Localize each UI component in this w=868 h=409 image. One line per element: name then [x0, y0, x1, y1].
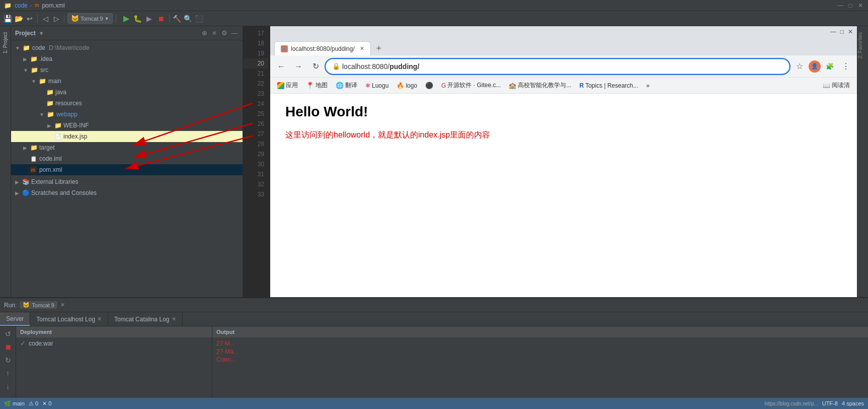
tree-item-codeiml[interactable]: ▶ 📋 code.iml — [11, 153, 243, 164]
translate-icon: 🌐 — [336, 82, 344, 89]
tab-localhost-label: Tomcat Localhost Log — [36, 316, 95, 323]
project-side-strip[interactable]: 1: Project — [0, 26, 11, 297]
tomcat-config-button[interactable]: 🐱 Tomcat 9 ▼ — [67, 13, 113, 24]
browser-profile-button[interactable]: 👤 — [809, 60, 821, 73]
tree-item-indexjsp[interactable]: ▶ 📄 index.jsp — [11, 131, 243, 142]
run-button[interactable]: ▶ — [121, 14, 131, 24]
toolbar-build-icon[interactable]: 🔨 — [173, 14, 182, 23]
line-23: 23 — [243, 89, 268, 99]
browser-forward-button[interactable]: → — [291, 59, 305, 74]
stop-server-button[interactable]: ⏹ — [3, 342, 14, 353]
status-indent[interactable]: 4 spaces — [842, 400, 864, 406]
tree-item-resources[interactable]: ▶ 📁 resources — [11, 98, 243, 109]
bookmark-logo[interactable]: 🔥 logo — [393, 81, 420, 90]
browser-back-button[interactable]: ← — [274, 59, 288, 74]
tree-label-code: code — [32, 44, 45, 51]
project-settings-icon[interactable]: ⚙ — [220, 29, 228, 37]
bookmark-reader[interactable]: 📖 阅读清 — [820, 80, 853, 91]
project-dropdown-icon[interactable]: ▼ — [39, 30, 44, 36]
project-side-label: 1: Project — [3, 32, 8, 53]
tab-tomcat-catalina[interactable]: Tomcat Catalina Log ✕ — [108, 312, 182, 326]
tree-item-webapp[interactable]: ▼ 📁 webapp — [11, 109, 243, 120]
file-tree: ▼ 📁 code D:\Maven\code ▶ 📁 .idea ▼ 📁 src… — [11, 40, 243, 297]
chinese-annotation-text: 这里访问到的helloworld，就是默认的index.jsp里面的内容 — [285, 130, 842, 141]
toolbar-save-icon[interactable]: 💾 — [3, 14, 12, 23]
status-link: https://blog.csdn.net/p... — [765, 401, 818, 406]
browser-menu-button[interactable]: ⋮ — [839, 59, 853, 74]
window-controls: — □ ✕ — [837, 2, 864, 9]
output-header: Output — [212, 326, 868, 337]
project-locate-icon[interactable]: ⊕ — [200, 29, 208, 37]
bookmark-translate[interactable]: 🌐 翻译 — [333, 80, 360, 91]
run-close-button[interactable]: ✕ — [60, 302, 65, 308]
status-errors[interactable]: ✕ 0 — [42, 400, 51, 407]
toolbar-search-icon[interactable]: 🔍 — [184, 14, 193, 23]
debug-button[interactable]: 🐛 — [133, 14, 143, 24]
output-line-3: Conn... — [216, 356, 864, 364]
map-icon: 📍 — [306, 82, 314, 89]
status-warnings[interactable]: ⚠ 0 — [29, 400, 38, 407]
favorites-label[interactable]: 2: Favorites — [857, 32, 868, 58]
browser-minimize-button[interactable]: — — [830, 28, 836, 35]
browser-restore-button[interactable]: □ — [840, 28, 844, 35]
bookmark-more[interactable]: » — [643, 81, 653, 90]
logo-icon: 🔥 — [397, 82, 404, 89]
address-lock-icon: 🔒 — [332, 62, 340, 70]
tree-item-target[interactable]: ▶ 📁 target — [11, 142, 243, 153]
tree-item-webinf[interactable]: ▶ 📁 WEB-INF — [11, 120, 243, 131]
status-encoding[interactable]: UTF-8 — [822, 400, 838, 406]
tree-item-idea[interactable]: ▶ 📁 .idea — [11, 53, 243, 64]
tree-item-extlibs[interactable]: ▶ 📚 External Libraries — [11, 176, 243, 187]
bookmark-github[interactable]: ⚫ — [422, 81, 436, 90]
toolbar-forward-icon[interactable]: ▷ — [52, 14, 61, 23]
toolbar-terminal-icon[interactable]: ⬛ — [195, 14, 204, 23]
address-bar[interactable]: 🔒 localhost:8080/pudding/ — [326, 59, 790, 74]
tree-item-src[interactable]: ▼ 📁 src — [11, 64, 243, 76]
bookmark-edu[interactable]: 🏫 高校智能化教学与... — [506, 80, 574, 91]
toolbar-back-icon[interactable]: ◁ — [41, 14, 50, 23]
tree-item-java[interactable]: ▶ 📁 java — [11, 87, 243, 98]
bookmark-luogu[interactable]: ✱ Luogu — [362, 81, 391, 90]
project-collapse-icon[interactable]: ≡ — [210, 29, 218, 37]
bookmark-apps[interactable]: 应用 — [274, 80, 301, 91]
project-minimize-icon[interactable]: — — [230, 29, 239, 37]
folder-icon-code: 📁 — [23, 44, 31, 52]
toolbar-open-icon[interactable]: 📂 — [14, 14, 23, 23]
tab-tomcat-localhost[interactable]: Tomcat Localhost Log ✕ — [30, 312, 108, 326]
bookmark-map[interactable]: 📍 地图 — [303, 80, 331, 91]
down-button[interactable]: ↓ — [3, 381, 14, 392]
bookmark-star-button[interactable]: ☆ — [793, 59, 807, 74]
tab-catalina-close[interactable]: ✕ — [172, 316, 176, 322]
browser-close-button[interactable]: ✕ — [848, 28, 853, 35]
tree-item-pomxml[interactable]: ▶ m pom.xml — [11, 164, 243, 175]
redeploy-button[interactable]: ↻ — [3, 355, 14, 366]
tree-item-main[interactable]: ▼ 📁 main — [11, 76, 243, 87]
bookmark-gitee[interactable]: G 开源软件 · Gitee.c... — [438, 80, 504, 91]
gitee-icon: G — [441, 82, 446, 89]
restart-button[interactable]: ↺ — [3, 328, 14, 339]
new-tab-button[interactable]: + — [372, 41, 386, 55]
extensions-button[interactable]: 🧩 — [823, 59, 837, 74]
tab-server[interactable]: Server — [0, 312, 30, 326]
tree-label-pomxml: pom.xml — [39, 166, 62, 173]
breadcrumb: code › m pom.xml — [15, 2, 65, 9]
line-18: 18 — [243, 38, 268, 48]
stop-button[interactable]: ⏹ — [156, 14, 166, 24]
browser-refresh-button[interactable]: ↻ — [308, 59, 323, 74]
tomcat-label: Tomcat 9 — [81, 16, 103, 22]
bottom-tabs: Server Tomcat Localhost Log ✕ Tomcat Cat… — [0, 312, 868, 326]
bookmark-research[interactable]: R Topics | Research... — [576, 81, 641, 90]
tab-close-button[interactable]: ✕ — [360, 45, 364, 52]
tree-item-scratches[interactable]: ▶ 🔵 Scratches and Consoles — [11, 187, 243, 198]
up-button[interactable]: ↑ — [3, 368, 14, 379]
maximize-button[interactable]: □ — [847, 2, 854, 9]
browser-outer-titlebar: — □ ✕ — [270, 26, 857, 37]
tab-localhost-close[interactable]: ✕ — [97, 316, 102, 322]
run-coverage-button[interactable]: ▶ — [144, 14, 154, 24]
minimize-button[interactable]: — — [837, 2, 844, 9]
status-git[interactable]: 🌿 main — [4, 400, 25, 407]
tree-item-root[interactable]: ▼ 📁 code D:\Maven\code — [11, 42, 243, 53]
browser-tab-active[interactable]: 🌐 localhost:8080/pudding/ ✕ — [274, 41, 371, 55]
toolbar-undo-icon[interactable]: ↩ — [25, 14, 34, 23]
close-button[interactable]: ✕ — [857, 2, 864, 9]
